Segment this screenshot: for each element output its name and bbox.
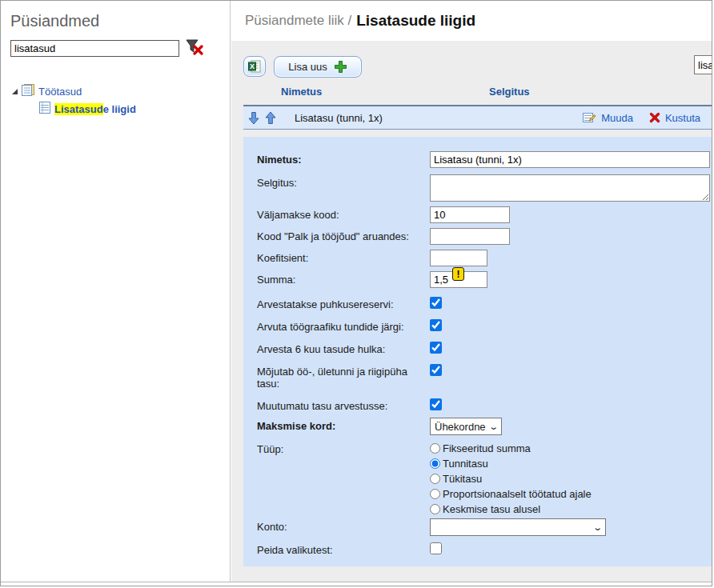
breadcrumb-prefix: Püsiandmete liik / [245, 13, 351, 29]
radio-label: Fikseeritud summa [443, 442, 531, 454]
puhkusereserv-checkbox[interactable] [430, 297, 442, 309]
valjamakse-kood-input[interactable] [430, 206, 510, 223]
maksmise-kord-value: Ühekordne [435, 421, 486, 433]
delete-icon[interactable] [649, 112, 660, 123]
field-label-maksmise-kord: Maksmise kord: [257, 418, 430, 432]
radio-label: Keskmise tasu alusel [443, 503, 540, 515]
table-row[interactable]: Lisatasu (tunni, 1x) Muuda [243, 105, 712, 130]
svg-text:X: X [250, 62, 255, 70]
edit-icon[interactable] [583, 112, 596, 124]
muutumatu-tasu-checkbox[interactable] [430, 398, 442, 410]
koefitsient-input[interactable] [430, 250, 487, 266]
konto-select[interactable]: ⌄ [430, 518, 606, 536]
field-label-kood-aruandes: Kood "Palk ja tööjõud" aruandes: [257, 228, 430, 242]
radio-tunnitasu[interactable] [430, 458, 440, 469]
kuue-kuu-checkbox[interactable] [430, 342, 442, 354]
tree-expander-icon[interactable] [12, 89, 18, 94]
maksmise-kord-select[interactable]: Ühekordne ⌄ [430, 418, 502, 435]
clear-filter-icon[interactable] [186, 39, 203, 58]
navigation-tree: Töötasud Lisatasude liigid [12, 82, 136, 118]
tree-link-tootasud[interactable]: Töötasud [38, 86, 82, 98]
chevron-down-icon: ⌄ [592, 522, 603, 533]
field-label-6kuu: Arvesta 6 kuu tasude hulka: [257, 341, 430, 355]
radio-keskmise-tasu[interactable] [430, 504, 440, 514]
folder-pages-icon [22, 84, 34, 98]
page-title: Lisatasude liigid [356, 12, 475, 30]
move-down-icon[interactable] [247, 111, 260, 125]
app-window: Püsiandmed [0, 0, 712, 586]
field-label-puhkusereserv: Arvestatakse puhkusereservi: [257, 296, 430, 310]
tree-item-lisatasude-liigid[interactable]: Lisatasude liigid [39, 100, 136, 118]
column-header-selgitus[interactable]: Selgitus [489, 86, 530, 98]
export-excel-button[interactable]: X [243, 56, 266, 77]
radio-tukitasu[interactable] [430, 474, 440, 484]
field-label-summa: Summa: [257, 271, 430, 286]
radio-fikseeritud-summa[interactable] [430, 443, 440, 454]
selgitus-textarea[interactable] [430, 174, 710, 202]
warning-icon: ! [452, 267, 464, 281]
radio-label: Proportsionaalselt töötatud ajale [443, 488, 592, 500]
field-label-selgitus: Selgitus: [257, 174, 430, 189]
table-header: Nimetus Selgitus [243, 86, 712, 102]
toolbar: X Lisa uus [243, 55, 362, 78]
sidebar-title: Püsiandmed [10, 12, 230, 30]
page-icon [39, 102, 50, 116]
sidebar-search-input[interactable] [10, 40, 179, 57]
radio-label: Tunnitasu [443, 458, 488, 470]
edit-link[interactable]: Muuda [601, 112, 633, 124]
field-label-valjamakse-kood: Väljamakse kood: [257, 206, 430, 221]
field-label-peida: Peida valikutest: [257, 542, 430, 556]
move-up-icon[interactable] [264, 111, 277, 125]
radio-label: Tükitasu [443, 473, 482, 485]
mojutab-tasu-checkbox[interactable] [430, 364, 442, 376]
excel-icon: X [248, 60, 261, 73]
delete-link[interactable]: Kustuta [665, 112, 700, 124]
peida-valikutest-checkbox[interactable] [430, 542, 442, 554]
column-header-nimetus[interactable]: Nimetus [281, 86, 322, 98]
field-label-mojutab: Mõjutab öö-, ületunni ja riigipüha tasu: [257, 363, 430, 390]
tuup-radio-group: Fikseeritud summa Tunnitasu Tükitasu Pro… [430, 441, 592, 517]
toograafik-checkbox[interactable] [430, 319, 442, 331]
field-label-konto: Konto: [257, 518, 430, 533]
field-label-nimetus: Nimetus: [257, 151, 430, 166]
plus-icon [334, 60, 347, 74]
list-filter-input[interactable] [694, 55, 712, 74]
field-label-toograafik: Arvuta töögraafiku tundide järgi: [257, 318, 430, 333]
content-area: Püsiandmed [1, 1, 712, 582]
field-label-muutumatu: Muutumatu tasu arvestusse: [257, 398, 430, 412]
tree-link-lisatasude-liigid[interactable]: Lisatasude liigid [54, 103, 136, 115]
nimetus-input[interactable] [430, 151, 710, 168]
main-area: Püsiandmete liik / Lisatasude liigid X L… [231, 1, 712, 582]
row-name: Lisatasu (tunni, 1x) [295, 112, 383, 124]
sidebar: Püsiandmed [1, 1, 231, 582]
search-match-highlight: Lisatasud [54, 103, 103, 115]
field-label-koefitsient: Koefitsient: [257, 250, 430, 264]
edit-form: Nimetus: Selgitus: Väljamakse kood: Kood… [243, 137, 712, 566]
radio-proportsionaalselt[interactable] [430, 489, 440, 499]
breadcrumb: Püsiandmete liik / Lisatasude liigid [231, 1, 712, 41]
field-label-tuup: Tüüp: [257, 441, 430, 455]
add-new-button-label: Lisa uus [288, 61, 327, 73]
chevron-down-icon: ⌄ [488, 422, 499, 432]
add-new-button[interactable]: Lisa uus [274, 56, 362, 78]
tree-item-tootasud[interactable]: Töötasud [12, 82, 136, 100]
kood-aruandes-input[interactable] [430, 228, 510, 245]
